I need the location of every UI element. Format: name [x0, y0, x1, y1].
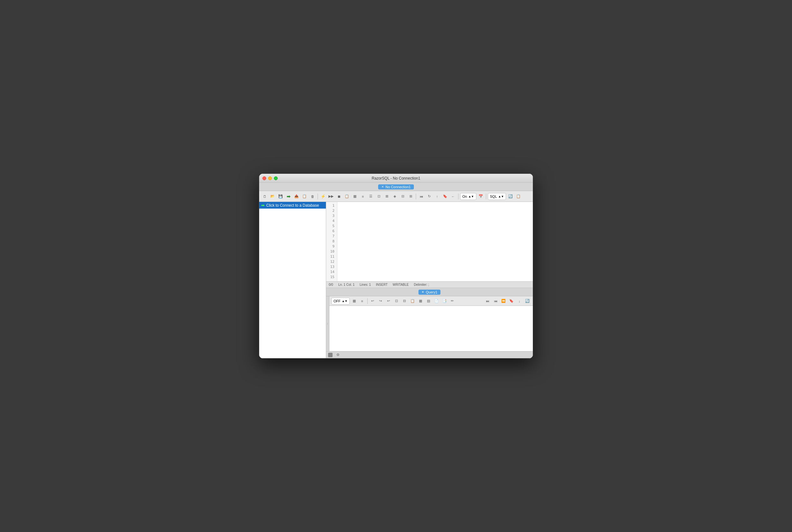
settings-button[interactable]: 📋: [515, 193, 522, 200]
line-numbers: 1 2 3 4 5 6 7 8 9 10 11 12 13 14 15: [326, 202, 337, 281]
describe-button[interactable]: 📋: [343, 193, 350, 200]
table-button[interactable]: ▦: [351, 193, 359, 200]
off-dropdown[interactable]: OFF ▲▼: [331, 298, 350, 305]
list-icon: ≡: [362, 194, 364, 198]
next-button[interactable]: ↻: [426, 193, 433, 200]
left-panel: ➡ Click to Connect to a Database: [259, 202, 326, 358]
up-button[interactable]: ↑: [433, 193, 441, 200]
list2-button[interactable]: ☰: [367, 193, 374, 200]
results-list-button[interactable]: ≡: [359, 298, 366, 305]
results-nav1-icon: ⏭: [486, 299, 489, 303]
script-icon: ⊞: [409, 194, 412, 198]
connect-button[interactable]: ➡: [285, 193, 292, 200]
connect-to-database-item[interactable]: ➡ Click to Connect to a Database: [259, 202, 326, 209]
tab-close-icon[interactable]: ✕: [381, 185, 384, 189]
writable-status: WRITABLE: [393, 283, 409, 286]
bottom-stop-button[interactable]: [328, 353, 332, 357]
maximize-button[interactable]: [274, 176, 278, 180]
back-button[interactable]: ←: [449, 193, 457, 200]
results-table-button[interactable]: ▦: [417, 298, 424, 305]
results-arrow1-icon: ↩: [371, 299, 374, 303]
bookmark-button[interactable]: 🔖: [442, 193, 449, 200]
results-toolbar: OFF ▲▼ ▦ ≡ ↩: [329, 296, 533, 306]
run-all-button[interactable]: ▶▶: [327, 193, 334, 200]
results-list-icon: ≡: [361, 299, 363, 303]
sql-editor[interactable]: [337, 202, 533, 281]
results-nav3-icon: ⏪: [501, 299, 506, 303]
new-file-icon: 🗒: [263, 194, 267, 198]
run-icon: ⚡: [321, 194, 326, 199]
results-doc-button[interactable]: 📄: [433, 298, 440, 305]
query-tab-close-icon[interactable]: ✕: [422, 290, 424, 294]
right-panel: 1 2 3 4 5 6 7 8 9 10 11 12 13 14 15: [326, 202, 533, 358]
refresh-button[interactable]: 🔄: [507, 193, 514, 200]
disconnect-button[interactable]: 📤: [293, 193, 300, 200]
off-dropdown-label: OFF: [333, 299, 341, 303]
close-button[interactable]: [263, 176, 266, 180]
script-button[interactable]: ⊞: [407, 193, 414, 200]
results-cols-button[interactable]: ⊡: [393, 298, 400, 305]
results-nav3-button[interactable]: ⏪: [500, 298, 507, 305]
refresh-icon: 🔄: [508, 194, 513, 198]
copy-button[interactable]: 📋: [301, 193, 308, 200]
results-panel: OFF ▲▼ ▦ ≡ ↩: [329, 296, 533, 351]
results-doc2-button[interactable]: 📑: [441, 298, 448, 305]
export-button[interactable]: ◈: [391, 193, 398, 200]
main-window: RazorSQL - No Connection1 ✕ No Connectio…: [259, 173, 533, 359]
results-arrow3-button[interactable]: ↩: [385, 298, 392, 305]
filter-icon: ⊡: [378, 194, 380, 198]
results-nav5-button[interactable]: ↓: [516, 298, 523, 305]
run-button[interactable]: ⚡: [320, 193, 327, 200]
list-button[interactable]: ≡: [359, 193, 366, 200]
results-arrow2-button[interactable]: ↪: [377, 298, 384, 305]
on-dropdown[interactable]: On ▲▼: [460, 193, 476, 200]
line-number: 7: [329, 234, 334, 239]
sql-dropdown[interactable]: SQL ▲▼: [488, 193, 506, 200]
results-inner: ⁞ OFF ▲▼ ▦ ≡: [326, 296, 533, 351]
calendar-icon: 📅: [479, 194, 483, 198]
results-nav4-button[interactable]: 🔖: [508, 298, 515, 305]
bookmark-icon: 🔖: [443, 194, 447, 198]
results-pencil-button[interactable]: ✏: [449, 298, 456, 305]
line-number: 5: [329, 224, 334, 229]
results-copy-button[interactable]: 📋: [409, 298, 416, 305]
minimize-button[interactable]: [268, 176, 272, 180]
resize-handle[interactable]: ⁞: [326, 296, 329, 351]
results-cols2-button[interactable]: ⊟: [401, 298, 408, 305]
results-nav2-button[interactable]: ⏮: [492, 298, 499, 305]
delete-button[interactable]: 🗑: [309, 193, 316, 200]
query-tab[interactable]: ✕ Query1: [418, 290, 440, 295]
connection-tab[interactable]: ✕ No Connection1: [378, 184, 414, 189]
export-icon: ◈: [393, 194, 396, 198]
main-content: ➡ Click to Connect to a Database 1 2 3 4…: [259, 202, 533, 358]
calendar-button[interactable]: 📅: [477, 193, 484, 200]
stop-button[interactable]: ⏹: [335, 193, 343, 200]
results-grid-button[interactable]: ▦: [351, 298, 358, 305]
line-col-status: Ln. 1 Col. 1: [338, 283, 354, 286]
results-col-icon: ▤: [427, 299, 430, 303]
results-col-button[interactable]: ▤: [425, 298, 432, 305]
line-number: 4: [329, 218, 334, 224]
results-arrow3-icon: ↩: [387, 299, 390, 303]
new-file-button[interactable]: 🗒: [261, 193, 268, 200]
prev-button[interactable]: ⏮: [418, 193, 425, 200]
query-tab-label: Query1: [426, 290, 437, 294]
open-file-button[interactable]: 📂: [269, 193, 276, 200]
line-number: 1: [329, 203, 334, 208]
import-button[interactable]: ⊟: [399, 193, 406, 200]
format-button[interactable]: ⊠: [383, 193, 390, 200]
describe-icon: 📋: [345, 194, 349, 198]
results-nav5-icon: ↓: [518, 299, 520, 303]
results-nav2-icon: ⏮: [494, 299, 497, 303]
title-bar: RazorSQL - No Connection1: [259, 174, 533, 183]
results-refresh-icon: 🔄: [525, 299, 529, 303]
results-refresh-button[interactable]: 🔄: [524, 298, 531, 305]
save-file-button[interactable]: 💾: [277, 193, 284, 200]
bottom-settings-button[interactable]: ⚙: [334, 352, 342, 359]
filter-button[interactable]: ⊡: [375, 193, 382, 200]
results-copy-icon: 📋: [410, 299, 415, 303]
results-arrow1-button[interactable]: ↩: [369, 298, 376, 305]
disconnect-icon: 📤: [294, 194, 299, 198]
results-nav1-button[interactable]: ⏭: [484, 298, 491, 305]
import-icon: ⊟: [401, 194, 404, 198]
